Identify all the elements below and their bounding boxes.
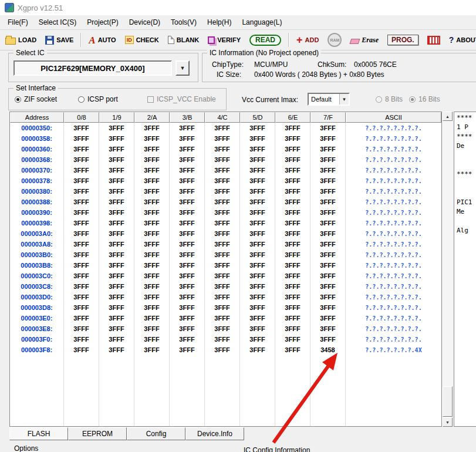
hex-value-cell[interactable]: 3FFF: [240, 197, 275, 207]
add-button[interactable]: + ADD: [295, 35, 320, 45]
hex-value-cell[interactable]: 3FFF: [205, 239, 240, 249]
hex-value-cell[interactable]: 3FFF: [99, 271, 134, 281]
column-header-1-9[interactable]: 1/9: [99, 112, 134, 123]
hex-value-cell[interactable]: 3FFF: [205, 123, 240, 133]
hex-value-cell[interactable]: 3FFF: [134, 334, 170, 345]
hex-value-cell[interactable]: 3FFF: [99, 144, 134, 154]
hex-value-cell[interactable]: 3FFF: [240, 292, 275, 302]
hex-value-cell[interactable]: 3FFF: [205, 176, 240, 186]
hex-value-cell[interactable]: 3FFF: [170, 345, 205, 355]
hex-value-cell[interactable]: 3FFF: [205, 281, 240, 292]
ascii-cell[interactable]: ?.?.?.?.?.?.?.?.: [346, 154, 441, 165]
hex-value-cell[interactable]: 3FFF: [64, 228, 99, 239]
ascii-cell[interactable]: ?.?.?.?.?.?.?.?.: [346, 323, 441, 334]
hex-value-cell[interactable]: 3FFF: [134, 154, 170, 165]
hex-value-cell[interactable]: 3FFF: [99, 323, 134, 334]
hex-value-cell[interactable]: 3FFF: [240, 239, 275, 249]
hex-value-cell[interactable]: 3FFF: [240, 144, 275, 154]
hex-value-cell[interactable]: 3FFF: [240, 249, 275, 260]
hex-value-cell[interactable]: 3FFF: [240, 165, 275, 176]
ic-name-display[interactable]: PIC12F629[MEMORY_0X400]: [13, 60, 172, 76]
hex-value-cell[interactable]: 3FFF: [275, 218, 310, 228]
hex-value-cell[interactable]: 3FFF: [99, 345, 134, 355]
ascii-cell[interactable]: ?.?.?.?.?.?.?.4X: [346, 345, 441, 355]
hex-value-cell[interactable]: 3FFF: [275, 197, 310, 207]
auto-button[interactable]: A AUTO: [87, 35, 117, 46]
hex-value-cell[interactable]: 3FFF: [64, 207, 99, 218]
hex-value-cell[interactable]: 3FFF: [134, 239, 170, 249]
hex-value-cell[interactable]: 3FFF: [310, 323, 346, 334]
hex-value-cell[interactable]: 3FFF: [99, 292, 134, 302]
hex-value-cell[interactable]: 3FFF: [275, 249, 310, 260]
hex-value-cell[interactable]: 3FFF: [134, 207, 170, 218]
hex-value-cell[interactable]: 3FFF: [310, 165, 346, 176]
ram-button[interactable]: RAM: [326, 32, 343, 48]
hex-value-cell[interactable]: 3FFF: [310, 207, 346, 218]
hex-value-cell[interactable]: 3FFF: [64, 176, 99, 186]
hex-value-cell[interactable]: 3FFF: [99, 176, 134, 186]
column-header-4-c[interactable]: 4/C: [205, 112, 240, 123]
hex-value-cell[interactable]: 3FFF: [275, 292, 310, 302]
hex-value-cell[interactable]: 3FFF: [205, 345, 240, 355]
hex-value-cell[interactable]: 3FFF: [64, 302, 99, 313]
hex-value-cell[interactable]: 3FFF: [134, 228, 170, 239]
hex-value-cell[interactable]: 3FFF: [99, 207, 134, 218]
hex-value-cell[interactable]: 3FFF: [64, 186, 99, 197]
address-cell[interactable]: 00000378:: [10, 176, 64, 186]
ascii-cell[interactable]: ?.?.?.?.?.?.?.?.: [346, 334, 441, 345]
icsp-port-radio[interactable]: ICSP port: [78, 95, 118, 103]
menu-tools[interactable]: Tools(V): [166, 16, 202, 28]
hex-value-cell[interactable]: 3FFF: [205, 313, 240, 323]
menu-file[interactable]: File(F): [2, 16, 33, 28]
hex-value-cell[interactable]: 3FFF: [170, 176, 205, 186]
ascii-cell[interactable]: ?.?.?.?.?.?.?.?.: [346, 313, 441, 323]
menu-device[interactable]: Device(D): [124, 16, 166, 28]
ascii-cell[interactable]: ?.?.?.?.?.?.?.?.: [346, 123, 441, 133]
hex-value-cell[interactable]: 3FFF: [275, 154, 310, 165]
hex-value-cell[interactable]: 3FFF: [134, 176, 170, 186]
hex-value-cell[interactable]: 3FFF: [205, 271, 240, 281]
hex-value-cell[interactable]: 3FFF: [275, 281, 310, 292]
hex-value-cell[interactable]: 3FFF: [170, 292, 205, 302]
hex-value-cell[interactable]: 3FFF: [275, 260, 310, 271]
tab-config[interactable]: Config: [127, 427, 185, 440]
hex-value-cell[interactable]: 3FFF: [205, 334, 240, 345]
address-cell[interactable]: 00000388:: [10, 197, 64, 207]
hex-value-cell[interactable]: 3FFF: [64, 292, 99, 302]
hex-value-cell[interactable]: 3FFF: [275, 239, 310, 249]
hex-value-cell[interactable]: 3FFF: [240, 228, 275, 239]
hex-value-cell[interactable]: 3FFF: [64, 165, 99, 176]
pin-detect-button[interactable]: [426, 35, 442, 46]
hex-value-cell[interactable]: 3FFF: [99, 313, 134, 323]
about-button[interactable]: ? ABOUT: [447, 34, 476, 46]
hex-value-cell[interactable]: 3FFF: [205, 292, 240, 302]
hex-value-cell[interactable]: 3FFF: [170, 313, 205, 323]
hex-value-cell[interactable]: 3FFF: [240, 176, 275, 186]
ascii-cell[interactable]: ?.?.?.?.?.?.?.?.: [346, 197, 441, 207]
hex-value-cell[interactable]: 3FFF: [64, 239, 99, 249]
hex-value-cell[interactable]: 3FFF: [170, 323, 205, 334]
hex-value-cell[interactable]: 3FFF: [275, 302, 310, 313]
hex-value-cell[interactable]: 3FFF: [240, 154, 275, 165]
icsp-vcc-enable-checkbox[interactable]: ICSP_VCC Enable: [147, 95, 216, 103]
ascii-cell[interactable]: ?.?.?.?.?.?.?.?.: [346, 218, 441, 228]
hex-value-cell[interactable]: 3FFF: [310, 186, 346, 197]
hex-value-cell[interactable]: 3FFF: [64, 123, 99, 133]
address-cell[interactable]: 000003F0:: [10, 334, 64, 345]
scroll-down-button[interactable]: ▼: [443, 417, 453, 427]
address-cell[interactable]: 000003C0:: [10, 271, 64, 281]
ascii-cell[interactable]: ?.?.?.?.?.?.?.?.: [346, 271, 441, 281]
address-cell[interactable]: 000003B0:: [10, 249, 64, 260]
hex-value-cell[interactable]: 3FFF: [310, 123, 346, 133]
hex-value-cell[interactable]: 3FFF: [310, 292, 346, 302]
save-button[interactable]: SAVE: [43, 35, 75, 46]
hex-value-cell[interactable]: 3FFF: [170, 281, 205, 292]
hex-value-cell[interactable]: 3FFF: [170, 144, 205, 154]
hex-value-cell[interactable]: 3FFF: [170, 154, 205, 165]
hex-value-cell[interactable]: 3FFF: [170, 271, 205, 281]
hex-value-cell[interactable]: 3FFF: [170, 239, 205, 249]
hex-value-cell[interactable]: 3FFF: [240, 334, 275, 345]
hex-value-cell[interactable]: 3FFF: [134, 249, 170, 260]
vcc-imax-select[interactable]: Default ▼: [308, 93, 350, 106]
scrollbar-thumb[interactable]: [443, 386, 453, 417]
